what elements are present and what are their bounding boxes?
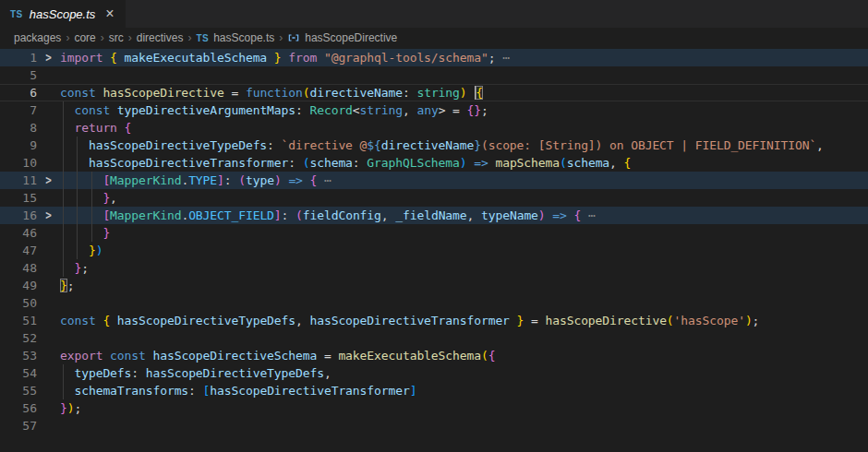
code-text: const { hasScopeDirectiveTypeDefs, hasSc… <box>60 312 868 329</box>
tab-title: hasScope.ts <box>30 7 96 21</box>
indent-guide <box>63 207 64 224</box>
breadcrumb-item-packages[interactable]: packages <box>14 31 61 44</box>
line-number[interactable]: 6 <box>0 84 37 101</box>
line-number[interactable]: 9 <box>0 137 37 154</box>
indent-guide <box>63 189 64 207</box>
indent-guide <box>63 172 64 189</box>
code-line[interactable]: 54 typeDefs: hasScopeDirectiveTypeDefs, <box>0 364 868 382</box>
code-line[interactable]: 49}; <box>0 277 868 294</box>
indent-guide <box>77 137 78 154</box>
code-line[interactable]: 11> [MapperKind.TYPE]: (type) => { ⋯ <box>0 172 868 189</box>
indent-guide <box>63 224 64 242</box>
line-number[interactable]: 53 <box>0 347 37 364</box>
line-number[interactable]: 8 <box>0 119 37 137</box>
line-number[interactable]: 47 <box>0 242 37 259</box>
editor-lines: 1>import { makeExecutableSchema } from "… <box>0 49 868 434</box>
code-line[interactable]: 9 hasScopeDirectiveTypeDefs: `directive … <box>0 137 868 154</box>
code-line[interactable]: 51const { hasScopeDirectiveTypeDefs, has… <box>0 312 868 329</box>
code-text: schemaTransforms: [hasScopeDirectiveTran… <box>60 382 868 399</box>
code-text: typeDefs: hasScopeDirectiveTypeDefs, <box>60 364 868 382</box>
breadcrumb-item-symbol[interactable]: hasScopeDirective <box>305 31 397 44</box>
code-line[interactable]: 1>import { makeExecutableSchema } from "… <box>0 49 868 66</box>
indent-guide <box>77 224 78 242</box>
ts-file-icon: TS <box>196 33 209 43</box>
line-number[interactable]: 56 <box>0 399 37 417</box>
ts-file-icon: TS <box>10 9 23 19</box>
code-text <box>60 66 868 84</box>
line-number[interactable]: 11 <box>0 172 37 189</box>
editor-tab-bar: TS hasScope.ts × <box>0 0 868 28</box>
line-number[interactable]: 57 <box>0 417 37 434</box>
close-icon[interactable]: × <box>105 6 114 21</box>
code-line[interactable]: 53export const hasScopeDirectiveSchema =… <box>0 347 868 364</box>
breadcrumb: packages › core › src › directives › TS … <box>0 28 868 48</box>
code-text: return { <box>60 119 868 137</box>
indent-guide <box>63 137 64 154</box>
tab-hasscope-ts[interactable]: TS hasScope.ts × <box>0 0 126 28</box>
code-text <box>60 329 868 347</box>
code-text: export const hasScopeDirectiveSchema = m… <box>60 347 868 364</box>
line-number[interactable]: 52 <box>0 329 37 347</box>
chevron-right-icon: › <box>279 31 283 44</box>
line-number[interactable]: 1 <box>0 49 37 66</box>
line-number[interactable]: 46 <box>0 224 37 242</box>
line-number[interactable]: 5 <box>0 66 37 84</box>
line-number[interactable]: 50 <box>0 294 37 312</box>
indent-guide <box>77 242 78 259</box>
line-number[interactable]: 51 <box>0 312 37 329</box>
code-line[interactable]: 6const hasScopeDirective = function(dire… <box>0 84 868 101</box>
chevron-right-icon: › <box>66 31 69 44</box>
line-number[interactable]: 7 <box>0 101 37 119</box>
line-number[interactable]: 15 <box>0 189 37 207</box>
code-line[interactable]: 16> [MapperKind.OBJECT_FIELD]: (fieldCon… <box>0 207 868 224</box>
code-line[interactable]: 10 hasScopeDirectiveTransformer: (schema… <box>0 154 868 172</box>
code-text: }); <box>60 399 868 417</box>
code-line[interactable]: 5 <box>0 66 868 84</box>
code-line[interactable]: 46 } <box>0 224 868 242</box>
code-text: }; <box>60 277 868 294</box>
line-number[interactable]: 55 <box>0 382 37 399</box>
code-line[interactable]: 52 <box>0 329 868 347</box>
matched-bracket: } <box>60 279 67 292</box>
code-text: const hasScopeDirective = function(direc… <box>60 84 868 101</box>
line-number[interactable]: 49 <box>0 277 37 294</box>
code-line[interactable]: 56}); <box>0 399 868 417</box>
line-number[interactable]: 16 <box>0 207 37 224</box>
code-text: [MapperKind.OBJECT_FIELD]: (fieldConfig,… <box>60 207 868 224</box>
indent-guide <box>77 207 78 224</box>
indent-guide <box>77 172 78 189</box>
code-line[interactable]: 57 <box>0 417 868 434</box>
indent-guide <box>77 189 78 207</box>
indent-guide <box>91 172 92 189</box>
code-line[interactable]: 8 return { <box>0 119 868 137</box>
indent-guide <box>77 154 78 172</box>
code-text: import { makeExecutableSchema } from "@g… <box>60 49 868 66</box>
code-text: hasScopeDirectiveTransformer: (schema: G… <box>60 154 868 172</box>
code-line[interactable]: 55 schemaTransforms: [hasScopeDirectiveT… <box>0 382 868 399</box>
breadcrumb-item-core[interactable]: core <box>74 31 95 44</box>
breadcrumb-item-src[interactable]: src <box>109 31 124 44</box>
code-editor[interactable]: 1>import { makeExecutableSchema } from "… <box>0 48 868 434</box>
line-number[interactable]: 54 <box>0 364 37 382</box>
indent-guide <box>63 259 64 277</box>
breadcrumb-item-directives[interactable]: directives <box>137 31 184 44</box>
indent-guide <box>63 364 64 382</box>
indent-guide <box>63 242 64 259</box>
line-number[interactable]: 48 <box>0 259 37 277</box>
code-text <box>60 294 868 312</box>
code-line[interactable]: 7 const typeDirectiveArgumentMaps: Recor… <box>0 101 868 119</box>
code-text <box>60 417 868 434</box>
breadcrumb-item-file[interactable]: hasScope.ts <box>213 31 274 44</box>
symbol-variable-icon <box>287 31 300 44</box>
code-text: }) <box>60 242 868 259</box>
code-line[interactable]: 48 }; <box>0 259 868 277</box>
code-text: [MapperKind.TYPE]: (type) => { ⋯ <box>60 172 868 189</box>
chevron-right-icon: › <box>101 31 104 44</box>
indent-guide <box>63 382 64 399</box>
indent-guide <box>63 154 64 172</box>
code-line[interactable]: 15 }, <box>0 189 868 207</box>
code-text: }; <box>60 259 868 277</box>
code-line[interactable]: 50 <box>0 294 868 312</box>
line-number[interactable]: 10 <box>0 154 37 172</box>
code-line[interactable]: 47 }) <box>0 242 868 259</box>
